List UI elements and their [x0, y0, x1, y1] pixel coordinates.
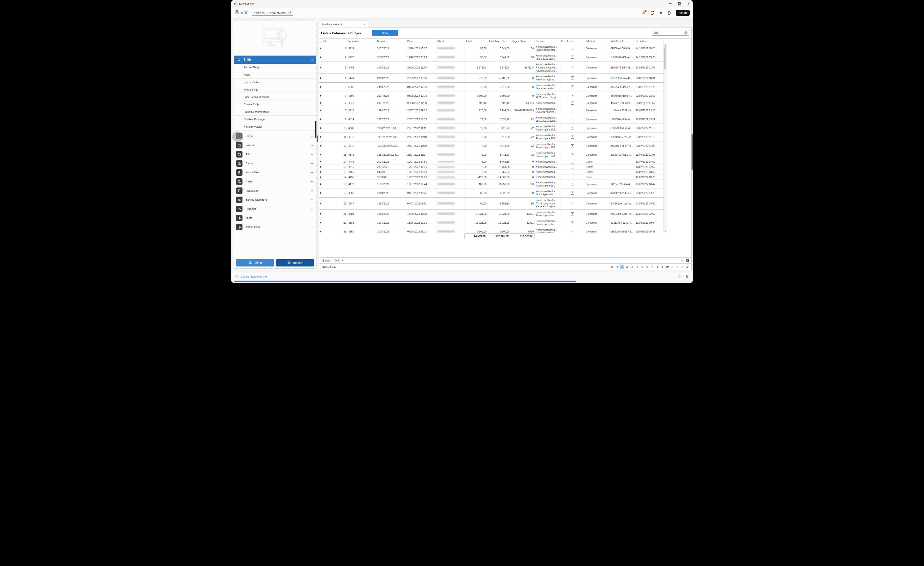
sidebar-section-item[interactable]: Mjete: [234, 213, 316, 222]
table-row[interactable]: 11 4579 1957/2022/fz938u... 23/07/2022 1…: [319, 133, 663, 141]
table-row[interactable]: 5 5062 2440/2022 01/09/2022 17:19 10,00 …: [319, 83, 663, 91]
fiscalized-checkbox[interactable]: ✓: [571, 85, 574, 89]
column-header-baze[interactable]: Totali Mon. Baze: [488, 39, 511, 44]
fiscalized-checkbox[interactable]: ✓: [571, 221, 574, 224]
fiscalized-checkbox[interactable]: ✓: [571, 109, 574, 112]
sidebar-section-shitje[interactable]: Shitje: [234, 56, 316, 64]
fiscalized-checkbox[interactable]: ✓: [571, 77, 574, 80]
sidebar-section-item[interactable]: Fiskalizimi: [234, 186, 316, 195]
fiscalized-checkbox[interactable]: ✓: [571, 102, 574, 105]
table-row[interactable]: 6 4699 2077/2022 03/08/2022 12:13 8 598,…: [319, 91, 663, 100]
table-row[interactable]: 14 4482 2008/2021 19/07/2022 14:50 -72,0…: [319, 159, 663, 165]
sidebar-section-item[interactable]: Arka: [234, 150, 316, 159]
page-button-4[interactable]: 4: [635, 264, 639, 269]
close-button[interactable]: ✕: [684, 0, 693, 7]
sidebar-section-item[interactable]: Burime Njerezore: [234, 195, 316, 204]
column-header-kodi[interactable]: Kodi Fiskal: [609, 39, 634, 44]
sidebar-section-item[interactable]: Banka: [234, 159, 316, 168]
fiscalized-checkbox[interactable]: ✓: [571, 118, 574, 121]
settings-gear-icon[interactable]: [658, 11, 663, 15]
fiscalized-checkbox[interactable]: ✓: [571, 47, 574, 50]
scroll-down-icon[interactable]: ▼: [664, 231, 666, 232]
page-button-5[interactable]: 5: [640, 264, 644, 269]
window-scrollbar-thumb[interactable]: [692, 134, 693, 170]
table-row[interactable]: 23 3650 1028/2022 09/06/2022 15:21 9 900…: [319, 227, 663, 233]
table-row[interactable]: 4 5441 2819/2022 26/09/2022 10:00 -72,00…: [319, 74, 663, 83]
trash-icon[interactable]: [686, 274, 689, 279]
page-button-7[interactable]: 7: [650, 264, 654, 269]
search-clear-icon[interactable]: ✕: [684, 32, 687, 35]
notifications-bell-icon[interactable]: [641, 11, 646, 15]
sidebar-submenu-item[interactable]: Porosi Klienti: [234, 78, 316, 86]
table-row[interactable]: 13 4575 1953/2022/fz938u... 23/07/2022 1…: [319, 150, 663, 159]
prev-page-button[interactable]: ◀: [615, 264, 619, 269]
logout-icon[interactable]: [667, 11, 672, 15]
fiscalized-checkbox[interactable]: [571, 166, 574, 169]
fiscalized-checkbox[interactable]: ✓: [571, 66, 574, 69]
menu-button[interactable]: Menu: [236, 259, 274, 266]
fiscalized-checkbox[interactable]: ✓: [571, 192, 574, 195]
sidebar-section-item[interactable]: Inventar: [234, 141, 316, 150]
column-header-marker[interactable]: [319, 39, 321, 44]
column-header-data[interactable]: Data: [406, 39, 436, 44]
reports-button[interactable]: Reports: [276, 259, 314, 266]
table-row[interactable]: 2 5727 3105/2022 14/10/2022 15:23 50,00 …: [319, 53, 663, 62]
first-page-button[interactable]: |◀: [610, 264, 614, 269]
more-pages[interactable]: ...: [670, 264, 674, 269]
fiscalized-checkbox[interactable]: ✓: [571, 135, 574, 139]
page-button-3[interactable]: 3: [630, 264, 634, 269]
column-header-shenim[interactable]: Shenim: [535, 39, 560, 44]
add-invoice-button[interactable]: Shto: [372, 30, 398, 36]
tab-close-icon[interactable]: ✕: [362, 23, 366, 26]
sidebar-section-item[interactable]: Admin Panel: [234, 222, 316, 231]
fiscalized-checkbox[interactable]: [571, 171, 574, 174]
fiscalized-checkbox[interactable]: ✓: [571, 56, 574, 59]
column-header-totali[interactable]: Totali: [465, 39, 488, 44]
filter-expression[interactable]: [tags] = '2021': [326, 259, 341, 262]
table-row[interactable]: 10 4580 1958/2022/fz938u... 23/07/2022 1…: [319, 124, 663, 133]
search-input[interactable]: [654, 32, 684, 35]
sidebar-section-item[interactable]: Prodhim: [234, 204, 316, 213]
table-row[interactable]: 19 3962 1340/2022 04/07/2022 14:26 60,00…: [319, 189, 663, 198]
column-header-serise[interactable]: Nr serise: [347, 39, 376, 44]
fiscalized-checkbox[interactable]: ✓: [571, 183, 574, 186]
page-button-2[interactable]: 2: [625, 264, 629, 269]
column-header-fisk[interactable]: Fiskalizuar: [560, 39, 585, 44]
table-row[interactable]: 16 4456 941/2021 19/07/2022 10:59 -72,00…: [319, 170, 663, 175]
fiscalized-checkbox[interactable]: ✓: [571, 230, 574, 233]
tab-lista-faturave[interactable]: Lista Faturave te S ✕: [319, 21, 368, 28]
edit-filter-icon[interactable]: ✎: [681, 259, 684, 263]
table-row[interactable]: 3 5458 2036/2022 27/09/2022 11:06 8 375,…: [319, 62, 663, 74]
table-row[interactable]: 18 4177 1555/2022 13/07/2022 10:44 100,0…: [319, 180, 663, 189]
sidebar-section-item[interactable]: Blerje: [234, 131, 316, 141]
splitter-grip[interactable]: [317, 135, 318, 142]
page-button-8[interactable]: 8: [655, 264, 659, 269]
filter-caret-icon[interactable]: ▾: [342, 260, 343, 262]
fiscalized-checkbox[interactable]: ✓: [571, 127, 574, 130]
bell-icon[interactable]: [677, 274, 681, 279]
sidebar-submenu-item[interactable]: Klient: [234, 71, 316, 78]
fiscalized-checkbox[interactable]: ✓: [571, 144, 574, 147]
table-row[interactable]: 17 4455 915/2021 19/07/2022 10:28 -120,0…: [319, 174, 663, 180]
table-row[interactable]: 1 5729 3107/2022 14/10/2022 15:27 50,00 …: [319, 44, 663, 53]
fiscalized-checkbox[interactable]: ✓: [571, 153, 574, 156]
sidebar-splitter[interactable]: [316, 21, 319, 270]
grid-scrollbar-thumb[interactable]: [664, 47, 666, 69]
table-row[interactable]: 8 4616 1994/2022 28/07/2022 09:25 120,00…: [319, 106, 663, 115]
column-header-pagesa[interactable]: Pagesa Total: [511, 39, 535, 44]
table-row[interactable]: 20 3947 1325/2022 04/07/2022 09:51 50,00…: [319, 198, 663, 210]
sidebar-section-item[interactable]: Kontabilitet: [234, 168, 316, 177]
scroll-up-icon[interactable]: ▲: [664, 44, 666, 46]
table-row[interactable]: 12 4576 1954/2022/fz938u... 23/07/2022 1…: [319, 141, 663, 150]
column-header-efatura[interactable]: E-Fatura: [585, 39, 609, 44]
minimize-button[interactable]: [666, 0, 675, 7]
fiscalized-checkbox[interactable]: ✓: [571, 94, 574, 97]
clear-filter-icon[interactable]: ✕: [686, 259, 689, 262]
page-button-9[interactable]: 9: [660, 264, 664, 269]
page-button-1[interactable]: 1: [620, 264, 624, 269]
sidebar-submenu-item[interactable]: Kembim Valutor: [234, 123, 316, 131]
fiscalized-checkbox[interactable]: [571, 176, 574, 179]
page-button-6[interactable]: 6: [645, 264, 649, 269]
sidebar-submenu-item[interactable]: Sherbim Parkingu: [234, 116, 316, 123]
filter-checkbox[interactable]: ✓: [321, 259, 324, 262]
